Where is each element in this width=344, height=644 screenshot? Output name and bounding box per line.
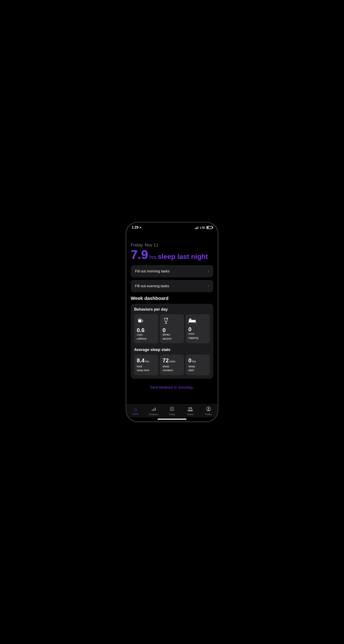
nav-home[interactable]: ⌂ Home — [126, 406, 145, 417]
sleep-stats-title: Average sleep stats — [134, 348, 210, 352]
battery-indicator — [206, 226, 212, 229]
power-button[interactable] — [218, 266, 218, 285]
napping-icon — [188, 317, 196, 325]
feedback-link[interactable]: Send feedback to SomnApp. — [131, 382, 213, 394]
home-icon: ⌂ — [134, 406, 137, 412]
svg-rect-5 — [189, 318, 191, 320]
behavior-grid: 0.6 cups caffeine — [134, 314, 210, 343]
behavior-caffeine: 0.6 cups caffeine — [134, 314, 158, 343]
volume-down-button[interactable] — [126, 284, 126, 298]
status-time: 1:29 ➤ — [132, 226, 141, 230]
morning-tasks-button[interactable]: Fill out morning tasks › — [131, 265, 213, 277]
nav-profile[interactable]: Profile — [199, 406, 218, 417]
alcohol-name: alcohol — [162, 337, 171, 340]
profile-icon — [206, 406, 211, 412]
bottom-navigation: ⌂ Home Progress — [126, 404, 218, 417]
nav-teams[interactable]: Teams — [181, 406, 199, 417]
network-type: LTE — [200, 226, 205, 229]
sleep-debt-number: 0 — [188, 358, 191, 363]
morning-tasks-label: Fill out morning tasks — [135, 269, 170, 274]
phone-screen: 1:29 ➤ LTE Friday, Nov 11 — [126, 222, 218, 422]
behaviors-title: Behaviors per day — [134, 307, 210, 312]
stat-total-sleep: 8.4 hrs totalsleep time — [134, 355, 158, 375]
sleep-description: sleep last night — [158, 253, 208, 260]
sleep-variation-value: 72 mins — [162, 358, 175, 363]
today-icon — [170, 406, 174, 412]
main-content: Friday, Nov 11 7.9 hrs sleep last night … — [126, 239, 218, 404]
signal-bar-1 — [195, 228, 196, 229]
date-display: Friday, Nov 11 — [131, 242, 213, 248]
signal-strength — [195, 226, 199, 229]
napping-name: napping — [188, 336, 198, 340]
sleep-debt-unit: hrs — [192, 360, 196, 363]
total-sleep-value: 8.4 hrs — [137, 358, 149, 363]
time-display: 1:29 — [132, 226, 138, 230]
phone-frame: 1:29 ➤ LTE Friday, Nov 11 — [126, 222, 218, 422]
svg-point-18 — [190, 410, 193, 411]
behavior-napping: 0 mins napping — [186, 314, 210, 343]
alcohol-unit: drinks — [162, 333, 170, 336]
total-sleep-number: 8.4 — [137, 358, 144, 363]
svg-point-20 — [208, 408, 209, 409]
signal-bar-3 — [197, 227, 198, 229]
teams-icon — [188, 406, 193, 412]
alcohol-value: 0 — [162, 327, 165, 333]
home-indicator — [157, 418, 187, 420]
svg-point-2 — [166, 318, 167, 319]
svg-rect-10 — [155, 408, 156, 411]
nav-profile-label: Profile — [205, 413, 212, 416]
progress-icon — [151, 406, 156, 412]
nav-teams-label: Teams — [187, 413, 194, 416]
signal-bar-2 — [196, 228, 197, 229]
signal-bar-4 — [198, 226, 199, 229]
caffeine-icon — [137, 317, 144, 326]
alcohol-icon — [162, 317, 169, 326]
sleep-stats-grid: 8.4 hrs totalsleep time 72 mins sleepvar… — [134, 355, 210, 375]
napping-value: 0 — [188, 326, 191, 332]
sleep-variation-number: 72 — [162, 358, 169, 363]
sleep-variation-unit: mins — [169, 360, 175, 363]
evening-tasks-label: Fill out evening tasks — [135, 284, 169, 288]
svg-rect-9 — [153, 408, 154, 411]
evening-tasks-chevron: › — [208, 284, 209, 288]
nav-home-label: Home — [132, 412, 139, 415]
evening-tasks-button[interactable]: Fill out evening tasks › — [131, 280, 213, 292]
nav-today[interactable]: Today — [163, 406, 181, 417]
volume-up-button[interactable] — [126, 268, 126, 282]
napping-unit: mins — [188, 332, 194, 335]
nav-progress-label: Progress — [149, 413, 158, 416]
svg-rect-8 — [152, 410, 153, 411]
svg-point-16 — [191, 407, 192, 409]
sleep-hours-value: 7.9 — [131, 248, 148, 261]
svg-rect-14 — [171, 410, 172, 410]
total-sleep-label: totalsleep time — [137, 364, 149, 372]
dynamic-island — [158, 230, 186, 238]
caffeine-value: 0.6 — [137, 327, 144, 333]
caffeine-unit: cups — [137, 333, 142, 336]
battery-fill — [207, 227, 209, 228]
behavior-alcohol: 0 drinks alcohol — [160, 314, 184, 343]
stat-sleep-debt: 0 hrs sleepdebt — [186, 355, 210, 375]
total-sleep-unit: hrs — [145, 360, 149, 363]
status-right: LTE — [195, 226, 212, 229]
morning-tasks-chevron: › — [208, 269, 209, 274]
sleep-headline: 7.9 hrs sleep last night — [131, 248, 213, 261]
svg-rect-13 — [171, 409, 173, 409]
mute-button[interactable] — [126, 257, 126, 265]
location-icon: ➤ — [139, 226, 141, 229]
week-dashboard-title: Week dashboard — [131, 296, 213, 301]
svg-rect-12 — [171, 408, 173, 408]
sleep-variation-label: sleepvariation — [162, 364, 173, 372]
nav-progress[interactable]: Progress — [145, 406, 163, 417]
sleep-hours-unit: hrs — [149, 254, 156, 260]
behaviors-card: Behaviors per day 0.6 — [131, 304, 213, 379]
status-bar: 1:29 ➤ LTE — [126, 222, 218, 230]
nav-today-label: Today — [169, 413, 175, 416]
stat-sleep-variation: 72 mins sleepvariation — [160, 355, 184, 375]
sleep-debt-value: 0 hrs — [188, 358, 196, 363]
caffeine-name: caffeine — [137, 337, 146, 340]
svg-point-15 — [188, 407, 190, 409]
sleep-debt-label: sleepdebt — [188, 364, 195, 372]
